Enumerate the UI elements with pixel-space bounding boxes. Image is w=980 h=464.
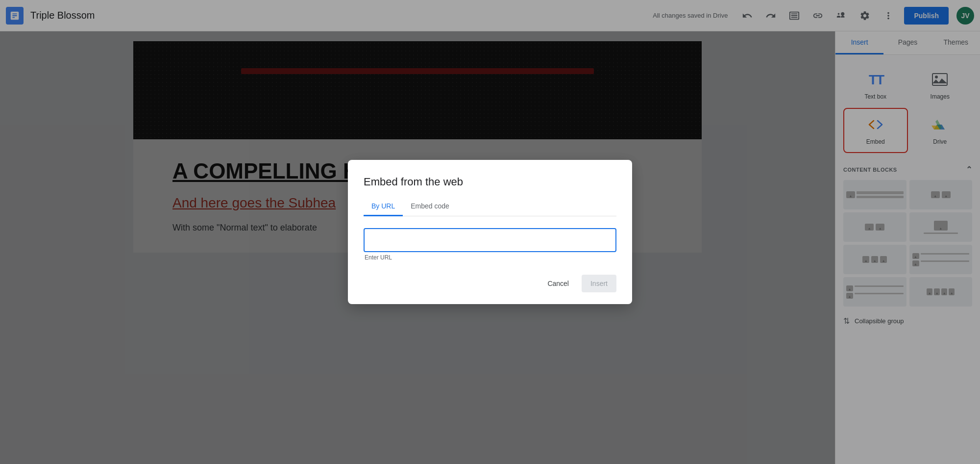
dialog-tab-url[interactable]: By URL <box>364 198 403 216</box>
dialog-title: Embed from the web <box>364 176 616 188</box>
insert-button[interactable]: Insert <box>582 275 616 292</box>
dialog-tabs: By URL Embed code <box>364 198 616 216</box>
cancel-button[interactable]: Cancel <box>539 275 578 292</box>
dialog-actions: Cancel Insert <box>364 275 616 292</box>
dialog-tab-embed-code[interactable]: Embed code <box>403 198 457 216</box>
embed-dialog: Embed from the web By URL Embed code Ent… <box>348 160 632 304</box>
url-input-label: Enter URL <box>364 254 616 261</box>
dialog-overlay: Embed from the web By URL Embed code Ent… <box>0 0 980 464</box>
url-input[interactable] <box>364 228 616 252</box>
url-input-container <box>364 228 616 252</box>
